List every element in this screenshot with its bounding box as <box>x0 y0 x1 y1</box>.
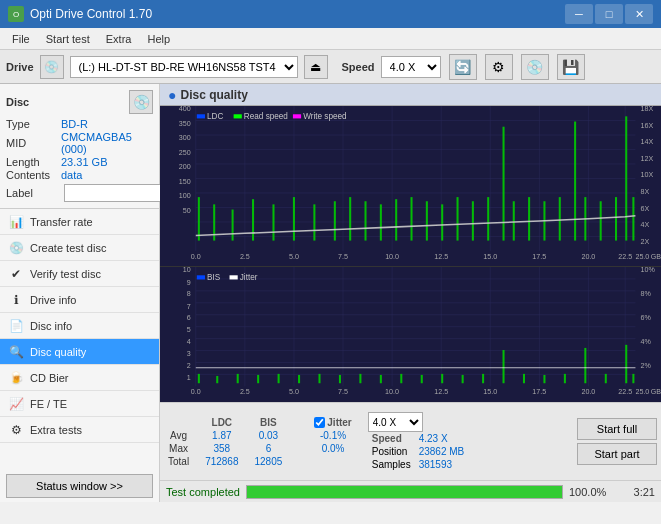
total-label: Total <box>164 455 197 468</box>
sidebar-item-disc-info[interactable]: 📄 Disc info <box>0 313 159 339</box>
chart2-svg: 10 9 8 7 6 5 4 3 2 1 10% 8% 6% 4% 2% <box>160 267 661 402</box>
svg-rect-68 <box>528 197 530 240</box>
length-value: 23.31 GB <box>61 156 107 168</box>
svg-rect-50 <box>232 210 234 241</box>
drive-icon-btn[interactable]: 💿 <box>40 55 64 79</box>
svg-text:100: 100 <box>179 191 191 200</box>
sidebar-item-cd-bier[interactable]: 🍺 CD Bier <box>0 365 159 391</box>
svg-rect-60 <box>411 197 413 240</box>
sidebar-item-extra-tests[interactable]: ⚙ Extra tests <box>0 417 159 443</box>
sidebar-item-disc-quality[interactable]: 🔍 Disc quality <box>0 339 159 365</box>
svg-text:5.0: 5.0 <box>289 252 299 261</box>
svg-text:8%: 8% <box>641 289 652 298</box>
maximize-button[interactable]: □ <box>595 4 623 24</box>
type-label: Type <box>6 118 61 130</box>
content-header-title: Disc quality <box>180 88 247 102</box>
svg-rect-145 <box>523 374 525 383</box>
progress-bar-area: Test completed 100.0% 3:21 <box>160 480 661 502</box>
svg-text:8: 8 <box>187 289 191 298</box>
svg-rect-52 <box>272 204 274 240</box>
close-button[interactable]: ✕ <box>625 4 653 24</box>
content-area: ● Disc quality <box>160 84 661 502</box>
drive-select[interactable]: (L:) HL-DT-ST BD-RE WH16NS58 TST4 <box>70 56 298 78</box>
svg-text:GB: GB <box>651 252 661 261</box>
menu-help[interactable]: Help <box>139 31 178 47</box>
speed-dropdown[interactable]: 4.0 X <box>368 412 423 432</box>
save-icon[interactable]: 💾 <box>557 54 585 80</box>
minimize-button[interactable]: ─ <box>565 4 593 24</box>
disc-image-icon[interactable]: 💿 <box>129 90 153 114</box>
transfer-rate-icon: 📊 <box>8 214 24 230</box>
svg-text:20.0: 20.0 <box>581 252 595 261</box>
status-window-button[interactable]: Status window >> <box>6 474 153 498</box>
disc-icon[interactable]: 💿 <box>521 54 549 80</box>
svg-text:10.0: 10.0 <box>385 387 399 396</box>
refresh-icon[interactable]: 🔄 <box>449 54 477 80</box>
max-label: Max <box>164 442 197 455</box>
sidebar-item-drive-info[interactable]: ℹ Drive info <box>0 287 159 313</box>
verify-test-disc-icon: ✔ <box>8 266 24 282</box>
svg-rect-136 <box>339 375 341 383</box>
svg-rect-51 <box>252 199 254 240</box>
speed-value: 4.23 X <box>415 432 469 445</box>
svg-text:6: 6 <box>187 313 191 322</box>
svg-rect-142 <box>462 375 464 383</box>
sidebar-item-fe-te[interactable]: 📈 FE / TE <box>0 391 159 417</box>
svg-rect-75 <box>625 116 627 240</box>
start-full-button[interactable]: Start full <box>577 418 657 440</box>
avg-jitter: -0.1% <box>306 429 359 442</box>
jitter-checkbox[interactable] <box>314 417 325 428</box>
svg-rect-129 <box>198 374 200 383</box>
sidebar-item-verify-test-disc[interactable]: ✔ Verify test disc <box>0 261 159 287</box>
label-label: Label <box>6 187 61 199</box>
avg-bis: 0.03 <box>247 429 291 442</box>
svg-rect-132 <box>257 375 259 383</box>
svg-text:Write speed: Write speed <box>303 112 347 121</box>
svg-rect-66 <box>503 127 505 241</box>
menu-start-test[interactable]: Start test <box>38 31 98 47</box>
svg-text:12.5: 12.5 <box>434 252 448 261</box>
menu-extra[interactable]: Extra <box>98 31 140 47</box>
svg-rect-57 <box>364 201 366 240</box>
disc-panel: Disc 💿 Type BD-R MID CMCMAGBA5 (000) Len… <box>0 84 159 209</box>
app-icon: O <box>8 6 24 22</box>
svg-text:18X: 18X <box>641 106 654 113</box>
svg-text:15.0: 15.0 <box>483 387 497 396</box>
action-buttons: Start full Start part <box>577 418 657 465</box>
svg-rect-53 <box>293 197 295 240</box>
progress-percent: 100.0% <box>569 486 609 498</box>
chart1-svg: 400 350 300 250 200 150 100 50 18X 16X 1… <box>160 106 661 266</box>
sidebar-nav: 📊 Transfer rate 💿 Create test disc ✔ Ver… <box>0 209 159 470</box>
content-header-icon: ● <box>168 87 176 103</box>
settings-icon[interactable]: ⚙ <box>485 54 513 80</box>
svg-rect-144 <box>503 350 505 383</box>
jitter-label: Jitter <box>327 417 351 428</box>
disc-info-icon: 📄 <box>8 318 24 334</box>
svg-text:4: 4 <box>187 337 191 346</box>
contents-label: Contents <box>6 169 61 181</box>
svg-rect-67 <box>513 201 515 240</box>
fe-te-icon: 📈 <box>8 396 24 412</box>
svg-text:25.0: 25.0 <box>635 252 649 261</box>
position-value: 23862 MB <box>415 445 469 458</box>
svg-rect-54 <box>313 204 315 240</box>
svg-text:2: 2 <box>187 361 191 370</box>
svg-text:150: 150 <box>179 177 191 186</box>
svg-text:10.0: 10.0 <box>385 252 399 261</box>
length-label: Length <box>6 156 61 168</box>
stats-table: LDC BIS Jitter Avg 1.87 0.03 <box>164 416 360 468</box>
sidebar-item-transfer-rate[interactable]: 📊 Transfer rate <box>0 209 159 235</box>
svg-text:22.5: 22.5 <box>618 387 632 396</box>
svg-rect-149 <box>605 374 607 383</box>
svg-text:17.5: 17.5 <box>532 252 546 261</box>
sidebar-item-create-test-disc[interactable]: 💿 Create test disc <box>0 235 159 261</box>
app-title: Opti Drive Control 1.70 <box>30 7 152 21</box>
svg-rect-76 <box>632 197 634 240</box>
menu-file[interactable]: File <box>4 31 38 47</box>
svg-rect-135 <box>318 374 320 383</box>
progress-track <box>246 485 563 499</box>
start-part-button[interactable]: Start part <box>577 443 657 465</box>
drive-info-label: Drive info <box>30 294 76 306</box>
eject-button[interactable]: ⏏ <box>304 55 328 79</box>
speed-select[interactable]: 4.0 X <box>381 56 441 78</box>
